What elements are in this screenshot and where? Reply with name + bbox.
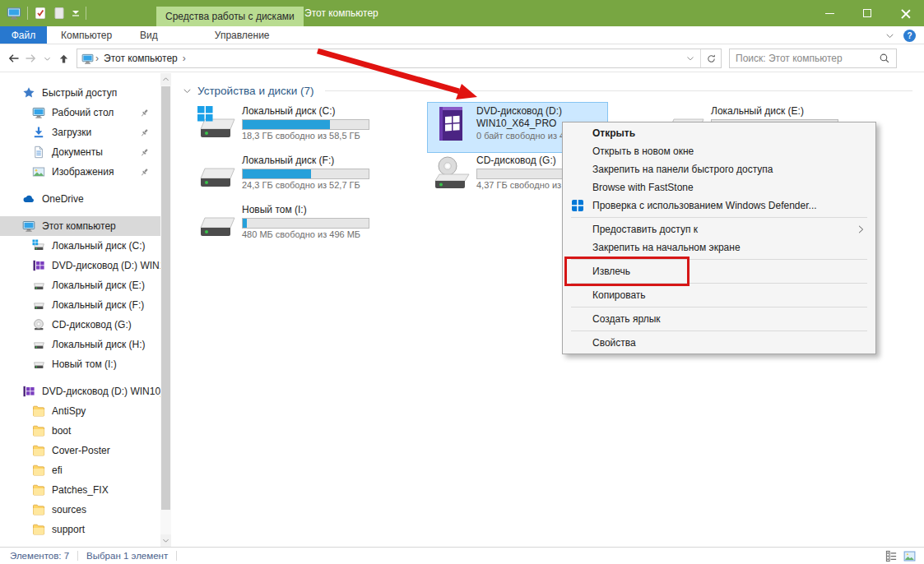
- drive-tile-c[interactable]: Локальный диск (C:) 18,3 ГБ свободно из …: [193, 103, 373, 152]
- group-header[interactable]: Устройства и диски (7): [183, 83, 912, 98]
- drive-icon: [32, 338, 45, 351]
- forward-button[interactable]: [22, 49, 39, 68]
- sidebar-item-folder-boot[interactable]: boot: [0, 421, 160, 441]
- customize-toolbar-dropdown-icon[interactable]: [72, 9, 80, 17]
- recent-locations-icon[interactable]: [39, 49, 55, 68]
- maximize-button[interactable]: [848, 0, 886, 26]
- scrollbar-up-icon[interactable]: [160, 73, 171, 86]
- sidebar-item-dvd-d[interactable]: DVD-дисковод (D:) WIN10: [0, 256, 160, 275]
- breadcrumb-separator: ›: [95, 53, 99, 64]
- menu-item-properties[interactable]: Свойства: [563, 334, 875, 352]
- sidebar-item-desktop[interactable]: Рабочий стол: [0, 103, 160, 123]
- menu-item-create-shortcut[interactable]: Создать ярлык: [563, 310, 875, 328]
- sidebar-item-folder-sources[interactable]: sources: [0, 500, 160, 520]
- dvd-windows-icon: [22, 385, 35, 398]
- sidebar-item-pictures[interactable]: Изображения: [0, 162, 160, 182]
- dvd-windows-icon: [32, 259, 45, 272]
- sidebar-scrollbar[interactable]: [160, 73, 171, 547]
- sidebar-item-drive-i[interactable]: Новый том (I:): [0, 354, 160, 374]
- folder-icon: [32, 503, 45, 516]
- menu-item-pin-to-start[interactable]: Закрепить на начальном экране: [563, 238, 875, 257]
- submenu-arrow-icon: [856, 224, 866, 234]
- hdd-icon: [197, 204, 236, 242]
- sidebar-item-folder-patches-fix[interactable]: Patches_FIX: [0, 480, 160, 500]
- details-view-icon[interactable]: [885, 550, 898, 562]
- sidebar-item-drive-f[interactable]: Локальный диск (F:): [0, 295, 160, 315]
- sidebar-item-quick-access[interactable]: Быстрый доступ: [0, 83, 160, 103]
- drive-free-space: 18,3 ГБ свободно из 58,5 ГБ: [242, 131, 369, 141]
- group-header-label: Устройства и диски (7): [197, 85, 314, 97]
- sidebar-item-folder-antispy[interactable]: AntiSpy: [0, 401, 160, 421]
- picture-icon: [32, 165, 45, 178]
- drive-tile-i[interactable]: Новый том (I:) 480 МБ свободно из 496 МБ: [193, 201, 373, 251]
- cd-icon: [32, 318, 45, 331]
- sidebar-item-dvd-root[interactable]: DVD-дисковод (D:) WIN10_: [0, 381, 160, 401]
- sidebar-item-drive-h[interactable]: Локальный диск (H:): [0, 335, 160, 354]
- search-placeholder: Поиск: Этот компьютер: [736, 53, 879, 64]
- menu-item-open-new-window[interactable]: Открыть в новом окне: [563, 142, 875, 160]
- address-dropdown-icon[interactable]: [680, 49, 700, 67]
- menu-item-open[interactable]: Открыть: [563, 124, 875, 142]
- folder-icon: [32, 464, 45, 477]
- up-button[interactable]: [55, 49, 72, 68]
- star-icon: [22, 86, 35, 99]
- drive-name: Локальный диск (F:): [242, 155, 369, 167]
- ribbon-tab-row: Файл Компьютер Вид Управление ?: [0, 26, 924, 44]
- navigation-pane: Быстрый доступ Рабочий стол Загрузки Док…: [0, 73, 160, 547]
- capacity-bar: [242, 169, 369, 179]
- folder-icon: [32, 523, 45, 536]
- drive-tile-f[interactable]: Локальный диск (F:) 24,3 ГБ свободно из …: [193, 152, 373, 201]
- title-bar: Средства работы с дисками Этот компьютер: [0, 0, 924, 26]
- refresh-icon[interactable]: [701, 49, 721, 67]
- search-input[interactable]: Поиск: Этот компьютер: [729, 49, 897, 68]
- thumbnails-view-icon[interactable]: [903, 550, 916, 562]
- onedrive-icon: [22, 192, 35, 206]
- new-folder-icon[interactable]: [53, 7, 66, 20]
- minimize-button[interactable]: [810, 0, 848, 26]
- pin-icon: [139, 167, 150, 178]
- sidebar-item-onedrive[interactable]: OneDrive: [0, 189, 160, 209]
- toolbar-divider: [27, 7, 28, 20]
- window-title: Этот компьютер: [304, 0, 378, 26]
- sidebar-item-drive-c[interactable]: Локальный диск (C:): [0, 236, 160, 256]
- breadcrumb[interactable]: Этот компьютер: [104, 53, 178, 64]
- computer-icon: [22, 220, 35, 233]
- sidebar-item-downloads[interactable]: Загрузки: [0, 123, 160, 142]
- sidebar-item-folder-cover-poster[interactable]: Cover-Poster: [0, 441, 160, 460]
- menu-item-give-access[interactable]: Предоставить доступ к: [563, 220, 875, 238]
- tab-file[interactable]: Файл: [0, 26, 47, 44]
- folder-icon: [32, 483, 45, 497]
- tab-manage[interactable]: Управление: [198, 26, 286, 44]
- folder-icon: [32, 444, 45, 457]
- address-bar[interactable]: › Этот компьютер ›: [77, 49, 722, 68]
- help-icon[interactable]: ?: [903, 30, 916, 42]
- sidebar-item-this-pc[interactable]: Этот компьютер: [0, 216, 160, 236]
- scrollbar-thumb[interactable]: [161, 86, 170, 510]
- hdd-windows-icon: [197, 105, 236, 143]
- sidebar-item-documents[interactable]: Документы: [0, 142, 160, 162]
- sidebar-item-drive-e[interactable]: Локальный диск (E:): [0, 275, 160, 295]
- tab-view[interactable]: Вид: [126, 26, 172, 44]
- cd-drive-icon: [431, 155, 471, 192]
- downloads-icon: [32, 126, 45, 139]
- menu-item-copy[interactable]: Копировать: [563, 286, 875, 304]
- menu-item-browse-faststone[interactable]: Browse with FastStone: [563, 178, 875, 196]
- explorer-window: Средства работы с дисками Этот компьютер…: [0, 0, 924, 564]
- search-icon[interactable]: [879, 53, 890, 64]
- properties-icon[interactable]: [34, 7, 47, 20]
- menu-item-pin-quick-access[interactable]: Закрепить на панели быстрого доступа: [563, 160, 875, 178]
- collapse-group-icon[interactable]: [183, 86, 192, 95]
- tab-computer[interactable]: Компьютер: [47, 26, 126, 44]
- sidebar-item-cd-g[interactable]: CD-дисковод (G:): [0, 315, 160, 335]
- back-button[interactable]: [6, 49, 22, 68]
- collapse-ribbon-icon[interactable]: [885, 31, 894, 40]
- pin-icon: [139, 108, 150, 118]
- menu-item-defender-scan[interactable]: Проверка с использованием Windows Defend…: [563, 196, 875, 215]
- contextual-tab-drive-tools[interactable]: Средства работы с дисками: [156, 7, 304, 26]
- scrollbar-down-icon[interactable]: [160, 534, 171, 547]
- menu-separator: [571, 331, 867, 331]
- sidebar-item-folder-efi[interactable]: efi: [0, 460, 160, 480]
- close-button[interactable]: [886, 0, 924, 26]
- annotation-highlight-box: [564, 257, 690, 286]
- sidebar-item-folder-support[interactable]: support: [0, 520, 160, 539]
